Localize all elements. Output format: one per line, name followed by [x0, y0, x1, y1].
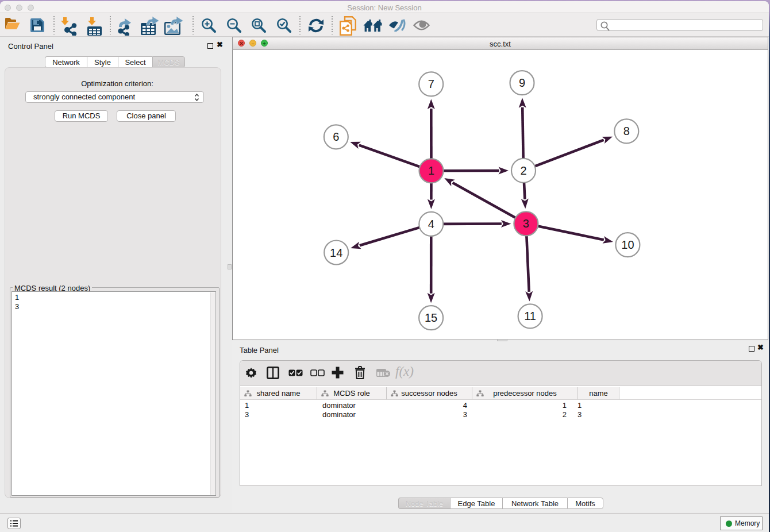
svg-text:1: 1 [428, 164, 434, 177]
svg-text:4: 4 [428, 218, 434, 230]
svg-text:3: 3 [523, 217, 529, 230]
svg-text:8: 8 [623, 125, 630, 137]
svg-text:14: 14 [330, 246, 342, 259]
svg-text:11: 11 [524, 310, 536, 322]
svg-text:7: 7 [428, 78, 434, 90]
svg-text:9: 9 [519, 76, 525, 89]
svg-text:15: 15 [425, 311, 437, 324]
svg-text:10: 10 [621, 238, 634, 251]
svg-text:6: 6 [333, 130, 339, 143]
svg-text:2: 2 [520, 164, 526, 177]
